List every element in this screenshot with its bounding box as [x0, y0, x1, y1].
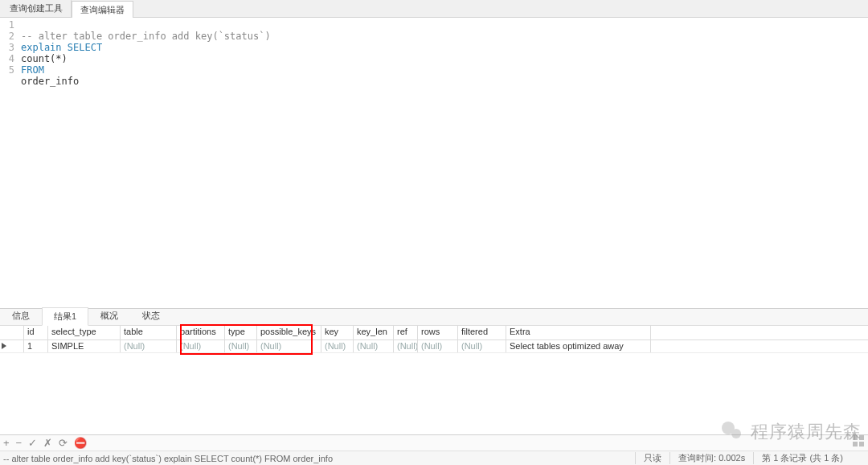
col-partitions[interactable]: partitions: [177, 326, 225, 339]
tab-profile[interactable]: 概况: [88, 307, 130, 325]
delete-record-button[interactable]: −: [16, 437, 23, 449]
add-record-button[interactable]: +: [3, 437, 10, 449]
col-select-type[interactable]: select_type: [48, 326, 121, 339]
tab-query-builder[interactable]: 查询创建工具: [2, 0, 72, 17]
tab-result1[interactable]: 结果1: [42, 307, 88, 326]
col-possible-keys[interactable]: possible_keys: [257, 326, 321, 339]
col-rowmarker: [0, 326, 24, 339]
svg-rect-2: [853, 442, 858, 446]
cell-partitions: (Null): [177, 340, 225, 352]
svg-rect-3: [859, 442, 864, 446]
record-toolbar: + − ✓ ✗ ⟳ ⛔: [0, 434, 868, 451]
result-tabs: 信息 结果1 概况 状态: [0, 309, 868, 326]
tab-info[interactable]: 信息: [0, 307, 42, 325]
cell-type: (Null): [225, 340, 257, 352]
col-type[interactable]: type: [225, 326, 257, 339]
cell-key: (Null): [321, 340, 354, 352]
top-tabs: 查询创建工具 查询编辑器: [0, 0, 868, 18]
col-extra[interactable]: Extra: [506, 326, 651, 339]
status-sql: -- alter table order_info add key(`statu…: [0, 454, 635, 463]
cell-table: (Null): [121, 340, 177, 352]
tab-query-editor[interactable]: 查询编辑器: [72, 1, 133, 18]
cancel-button[interactable]: ✗: [43, 437, 52, 449]
cell-possible-keys: (Null): [257, 340, 321, 352]
sql-editor[interactable]: 1 2 3 4 5 -- alter table order_info add …: [0, 18, 868, 309]
cell-extra: Select tables optimized away: [506, 340, 651, 352]
refresh-button[interactable]: ⟳: [59, 437, 68, 449]
svg-rect-1: [859, 435, 864, 440]
status-readonly: 只读: [635, 452, 669, 464]
cell-select-type: SIMPLE: [48, 340, 121, 352]
layout-toggle-icon[interactable]: [852, 434, 865, 447]
cell-ref: (Null): [394, 340, 418, 352]
status-record-count: 第 1 条记录 (共 1 条): [753, 452, 851, 464]
stop-button[interactable]: ⛔: [74, 437, 87, 449]
col-ref[interactable]: ref: [394, 326, 418, 339]
status-query-time: 查询时间: 0.002s: [669, 452, 753, 464]
col-filtered[interactable]: filtered: [458, 326, 506, 339]
col-id[interactable]: id: [24, 326, 48, 339]
editor-gutter: 1 2 3 4 5: [0, 18, 18, 308]
cell-key-len: (Null): [354, 340, 394, 352]
row-marker-icon: [0, 340, 24, 352]
editor-code[interactable]: -- alter table order_info add key(`statu…: [18, 18, 271, 308]
cell-id: 1: [24, 340, 48, 352]
col-table[interactable]: table: [121, 326, 177, 339]
apply-button[interactable]: ✓: [28, 437, 37, 449]
tab-status[interactable]: 状态: [130, 307, 172, 325]
status-bar: -- alter table order_info add key(`statu…: [0, 451, 868, 465]
table-row[interactable]: 1 SIMPLE (Null) (Null) (Null) (Null) (Nu…: [0, 340, 868, 353]
grid-header: id select_type table partitions type pos…: [0, 326, 868, 340]
cell-rows: (Null): [418, 340, 458, 352]
result-grid[interactable]: id select_type table partitions type pos…: [0, 326, 868, 353]
col-key[interactable]: key: [321, 326, 354, 339]
col-rows[interactable]: rows: [418, 326, 458, 339]
svg-rect-0: [853, 435, 858, 440]
cell-filtered: (Null): [458, 340, 506, 352]
col-key-len[interactable]: key_len: [354, 326, 394, 339]
result-empty-area: [0, 353, 868, 435]
